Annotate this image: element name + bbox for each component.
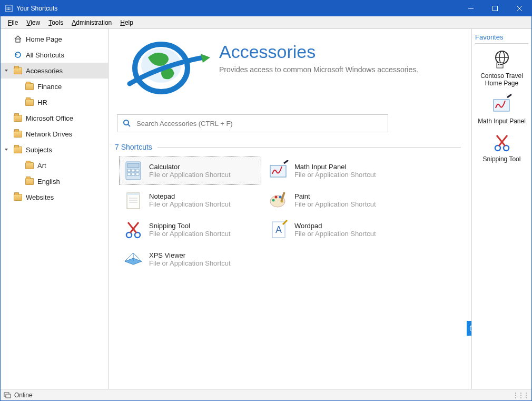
tree-item-hr[interactable]: HR <box>1 94 108 110</box>
favorite-math-input-panel[interactable]: Math Input Panel <box>475 94 528 125</box>
menu-administration[interactable]: Administration <box>67 17 116 28</box>
folder-icon <box>25 161 34 170</box>
sidebar-tree: Home PageAll ShortcutsAccessoriesFinance… <box>1 29 109 389</box>
category-hero-icon <box>114 36 219 105</box>
tree-item-all-shortcuts[interactable]: All Shortcuts <box>1 47 108 63</box>
shortcut-type: File or Application Shortcut <box>294 200 376 208</box>
shortcut-type: File or Application Shortcut <box>294 230 376 238</box>
maximize-button[interactable] <box>483 1 507 16</box>
favorite-label: Contoso Travel Home Page <box>475 72 528 87</box>
home-icon <box>13 34 23 44</box>
tree-item-websites[interactable]: Websites <box>1 189 108 205</box>
tree-item-label: Websites <box>26 193 54 201</box>
tree-item-subjects[interactable]: Subjects <box>1 142 108 158</box>
svg-rect-18 <box>127 169 131 172</box>
svg-rect-21 <box>127 173 131 175</box>
shortcut-notepad[interactable]: NotepadFile or Application Shortcut <box>119 186 261 214</box>
svg-rect-5 <box>8 9 9 10</box>
search-box[interactable] <box>117 114 388 132</box>
tree-item-label: Finance <box>37 83 62 91</box>
chevron-down-icon[interactable] <box>4 68 13 73</box>
window-title: Your Shortcuts <box>16 5 459 12</box>
svg-rect-49 <box>498 64 499 65</box>
svg-rect-3 <box>9 7 11 8</box>
snip-icon <box>122 218 145 241</box>
drag-ghost-icon <box>467 321 471 336</box>
svg-point-14 <box>124 120 129 125</box>
favorite-snipping-tool[interactable]: Snipping Tool <box>475 132 528 163</box>
shortcut-name: Math Input Panel <box>294 163 376 171</box>
tree-item-accessories[interactable]: Accessories <box>1 63 108 79</box>
status-icon <box>4 392 11 399</box>
shortcut-math-input-panel[interactable]: Math Input PanelFile or Application Shor… <box>264 157 407 185</box>
shortcut-type: File or Application Shortcut <box>149 171 231 179</box>
svg-rect-23 <box>136 173 139 175</box>
status-text: Online <box>14 392 33 399</box>
shortcut-name: Paint <box>294 192 376 200</box>
snip-icon <box>475 132 528 153</box>
tree-item-art[interactable]: Art <box>1 158 108 173</box>
svg-line-15 <box>128 124 130 126</box>
folder-icon <box>13 66 23 75</box>
tree-item-microsoft-office[interactable]: Microsoft Office <box>1 110 108 126</box>
svg-rect-27 <box>127 193 140 209</box>
favorites-panel: Favorites Contoso Travel Home PageMath I… <box>471 29 531 389</box>
menu-tools[interactable]: Tools <box>44 17 67 28</box>
tree-item-label: All Shortcuts <box>26 51 64 59</box>
svg-point-32 <box>272 199 275 202</box>
svg-rect-17 <box>127 163 139 168</box>
tree-item-label: English <box>37 178 60 185</box>
close-button[interactable] <box>507 1 531 16</box>
shortcut-wordpad[interactable]: AWordpadFile or Application Shortcut <box>264 216 407 244</box>
shortcut-snipping-tool[interactable]: Snipping ToolFile or Application Shortcu… <box>119 216 261 244</box>
shortcut-type: File or Application Shortcut <box>294 171 376 179</box>
folder-icon <box>25 177 34 186</box>
svg-rect-8 <box>493 6 498 11</box>
shortcut-calculator[interactable]: CalculatorFile or Application Shortcut <box>119 157 261 185</box>
status-bar: Online ⋮⋮⋮ <box>1 389 531 400</box>
shortcut-xps-viewer[interactable]: XPS ViewerFile or Application Shortcut <box>119 245 261 273</box>
svg-rect-48 <box>497 63 503 68</box>
menu-file[interactable]: File <box>4 17 22 28</box>
menu-view[interactable]: View <box>22 17 44 28</box>
svg-line-52 <box>507 94 511 97</box>
tree-item-label: Accessories <box>26 67 63 75</box>
tree-item-home-page[interactable]: Home Page <box>1 31 108 47</box>
shortcut-name: Notepad <box>149 192 231 200</box>
favorite-contoso-travel-home-page[interactable]: Contoso Travel Home Page <box>475 49 528 87</box>
favorites-title: Favorites <box>475 33 528 44</box>
tree-item-label: Network Drives <box>26 130 72 138</box>
tree-item-finance[interactable]: Finance <box>1 79 108 94</box>
tree-item-network-drives[interactable]: Network Drives <box>1 126 108 142</box>
xps-icon <box>122 248 145 271</box>
tree-item-english[interactable]: English <box>1 173 108 189</box>
folder-icon <box>13 145 23 154</box>
wordpad-icon: A <box>267 218 290 241</box>
refresh-icon <box>13 50 23 60</box>
mathinput-icon <box>475 94 528 115</box>
svg-rect-2 <box>8 7 9 8</box>
svg-rect-50 <box>500 64 503 65</box>
svg-rect-20 <box>136 169 139 172</box>
search-input[interactable] <box>136 120 382 128</box>
tree-item-label: Art <box>37 162 46 170</box>
minimize-button[interactable] <box>459 1 483 16</box>
svg-rect-11 <box>16 39 20 42</box>
section-divider <box>157 147 461 148</box>
shortcut-name: XPS Viewer <box>149 251 231 259</box>
globe-icon <box>475 49 528 70</box>
favorite-label: Snipping Tool <box>475 155 528 163</box>
shortcut-paint[interactable]: PaintFile or Application Shortcut <box>264 186 407 214</box>
menubar: FileViewToolsAdministrationHelp <box>1 16 531 29</box>
shortcuts-grid: CalculatorFile or Application ShortcutMa… <box>119 157 461 273</box>
titlebar: Your Shortcuts <box>1 1 531 16</box>
chevron-down-icon[interactable] <box>4 147 13 152</box>
resize-grip[interactable]: ⋮⋮⋮ <box>513 392 528 399</box>
folder-icon <box>25 82 34 91</box>
folder-icon <box>25 97 34 107</box>
tree-item-label: Microsoft Office <box>26 114 73 122</box>
folder-icon <box>13 192 23 202</box>
tree-item-label: Subjects <box>26 146 52 154</box>
svg-rect-1 <box>7 7 8 8</box>
menu-help[interactable]: Help <box>116 17 137 28</box>
